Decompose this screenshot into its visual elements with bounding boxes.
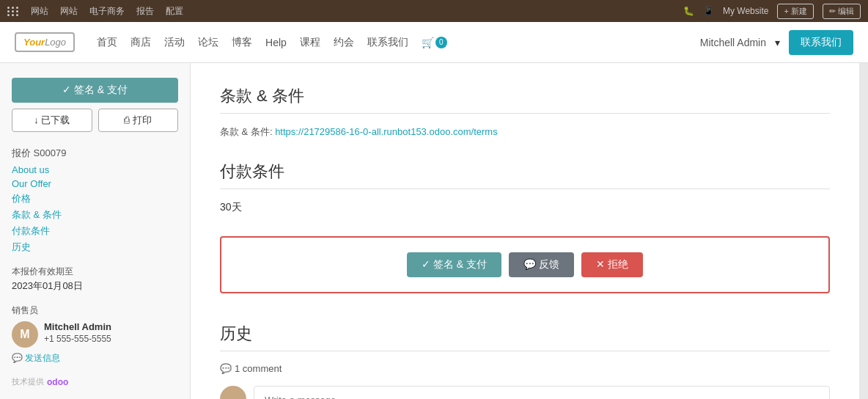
message-input[interactable] bbox=[254, 386, 830, 399]
odoo-logo: odoo bbox=[47, 377, 68, 387]
validity-label: 本报价有效期至 bbox=[12, 266, 178, 278]
powered-by: 技术提供 odoo bbox=[12, 376, 178, 387]
admin-bar: 网站 网站 电子商务 报告 配置 🐛 📱 My Website + 新建 ✏ 编… bbox=[0, 0, 868, 22]
terms-title: 条款 & 条件 bbox=[220, 85, 830, 107]
sidebar-link-price[interactable]: 价格 bbox=[12, 192, 178, 205]
admin-nav-config[interactable]: 配置 bbox=[166, 5, 183, 18]
sidebar: ✓ 签名 & 支付 ↓ 已下载 ⎙ 打印 报价 S00079 About us … bbox=[0, 63, 191, 399]
avatar: M bbox=[12, 321, 38, 348]
admin-nav-report[interactable]: 报告 bbox=[136, 5, 154, 18]
bug-icon: 🐛 bbox=[683, 6, 694, 16]
nav-help[interactable]: Help bbox=[265, 37, 287, 48]
quote-id: 报价 S00079 bbox=[12, 147, 178, 160]
terms-link-row: 条款 & 条件: https://21729586-16-0-all.runbo… bbox=[220, 125, 830, 139]
nav-contact[interactable]: 联系我们 bbox=[367, 36, 408, 49]
salesperson-phone: +1 555-555-5555 bbox=[44, 334, 111, 344]
nav-appointment[interactable]: 约会 bbox=[334, 36, 354, 49]
nav-home[interactable]: 首页 bbox=[97, 36, 117, 49]
message-input-row bbox=[220, 386, 830, 399]
salesperson-name: Mitchell Admin bbox=[44, 321, 111, 332]
validity-date: 2023年01月08日 bbox=[12, 279, 178, 293]
download-button[interactable]: ↓ 已下载 bbox=[12, 109, 92, 132]
scrollbar[interactable] bbox=[859, 63, 868, 399]
edit-button[interactable]: ✏ 编辑 bbox=[823, 4, 861, 19]
sidebar-link-about[interactable]: About us bbox=[12, 164, 178, 175]
feedback-button[interactable]: 💬 反馈 bbox=[509, 252, 574, 277]
sidebar-link-terms[interactable]: 条款 & 条件 bbox=[12, 208, 178, 222]
send-message-link[interactable]: 💬 发送信息 bbox=[12, 352, 178, 365]
nav-blog[interactable]: 博客 bbox=[232, 36, 252, 49]
sidebar-link-payment[interactable]: 付款条件 bbox=[12, 224, 178, 238]
nav-courses[interactable]: 课程 bbox=[300, 36, 320, 49]
new-button[interactable]: + 新建 bbox=[777, 4, 813, 19]
nav-shop[interactable]: 商店 bbox=[130, 36, 151, 49]
action-buttons-row: ✓ 签名 & 支付 💬 反馈 ✕ 拒绝 bbox=[220, 236, 830, 293]
salesperson-info: M Mitchell Admin +1 555-555-5555 bbox=[12, 321, 178, 348]
message-avatar bbox=[220, 386, 246, 399]
nav-forum[interactable]: 论坛 bbox=[198, 36, 218, 49]
nav-activities[interactable]: 活动 bbox=[164, 36, 185, 49]
my-website-link[interactable]: My Website bbox=[723, 6, 768, 16]
admin-nav-website1[interactable]: 网站 bbox=[31, 5, 48, 18]
comment-count: 💬 1 comment bbox=[220, 363, 830, 374]
history-title: 历史 bbox=[220, 323, 830, 345]
mobile-icon: 📱 bbox=[703, 6, 714, 16]
reject-button[interactable]: ✕ 拒绝 bbox=[581, 252, 643, 277]
admin-nav-website2[interactable]: 网站 bbox=[60, 5, 78, 18]
terms-url[interactable]: https://21729586-16-0-all.runbot153.odoo… bbox=[275, 126, 498, 137]
sign-pay-button-sidebar[interactable]: ✓ 签名 & 支付 bbox=[12, 78, 178, 103]
navbar: YourLogo 首页 商店 活动 论坛 博客 Help 课程 约会 联系我们 … bbox=[0, 22, 868, 63]
contact-button[interactable]: 联系我们 bbox=[789, 30, 853, 55]
grid-icon[interactable] bbox=[7, 7, 19, 16]
cart-icon[interactable]: 🛒 0 bbox=[422, 37, 447, 48]
sign-pay-button-main[interactable]: ✓ 签名 & 支付 bbox=[407, 252, 501, 277]
payment-title: 付款条件 bbox=[220, 161, 830, 183]
salesperson-label: 销售员 bbox=[12, 304, 178, 317]
main-content: 条款 & 条件 条款 & 条件: https://21729586-16-0-a… bbox=[191, 63, 859, 399]
admin-nav-ecommerce[interactable]: 电子商务 bbox=[89, 5, 125, 18]
logo[interactable]: YourLogo bbox=[15, 32, 75, 52]
payment-days: 30天 bbox=[220, 201, 830, 214]
sidebar-link-history[interactable]: 历史 bbox=[12, 241, 178, 254]
sidebar-link-offer[interactable]: Our Offer bbox=[12, 178, 178, 189]
print-button[interactable]: ⎙ 打印 bbox=[98, 109, 179, 132]
user-dropdown-arrow[interactable]: ▾ bbox=[775, 37, 780, 48]
user-dropdown[interactable]: Mitchell Admin bbox=[700, 37, 766, 48]
